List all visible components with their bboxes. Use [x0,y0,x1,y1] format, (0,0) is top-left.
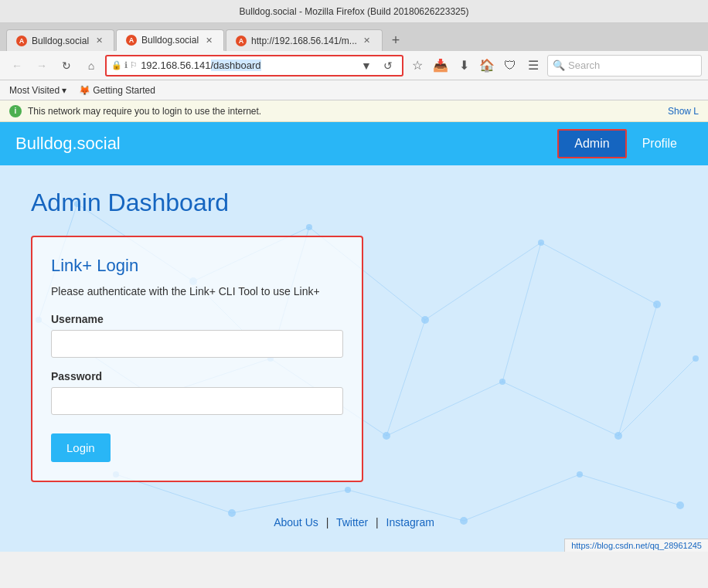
page-content: .node { fill: #90caf9; opacity: 0.7; } .… [0,165,708,552]
bookmarks-bar: Most Visited ▾ 🦊 Getting Started [0,80,708,100]
address-path: /dashboard [211,59,261,71]
admin-button[interactable]: Admin [557,129,626,158]
instagram-link[interactable]: Instagram [386,516,434,529]
home-button[interactable]: ⌂ [80,55,102,76]
tab-1-icon: A [16,36,27,46]
forward-button[interactable]: → [31,55,53,76]
tab-2-close[interactable]: ✕ [203,35,214,46]
bookmark-most-visited[interactable]: Most Visited ▾ [6,83,70,97]
password-input[interactable] [51,387,343,415]
tab-1[interactable]: A Bulldog.social ✕ [6,29,114,51]
reload-button[interactable]: ↻ [56,55,77,76]
home-toolbar-button[interactable]: 🏠 [476,55,498,76]
username-input[interactable] [51,330,343,358]
address-bar[interactable]: 🔒 ℹ ⚐ 192.168.56.141/dashboard ▼ ↺ [105,55,403,76]
menu-button[interactable]: ☰ [522,55,544,76]
bookmark-getting-started-icon: 🦊 [79,85,90,96]
title-bar: Bulldog.social - Mozilla Firefox (Build … [0,0,708,23]
tab-3-close[interactable]: ✕ [362,36,373,46]
username-label: Username [51,313,343,325]
address-reload-button[interactable]: ▼ [357,56,376,75]
toolbar-action-icons: ☆ 📥 ⬇ 🏠 🛡 ☰ [407,55,544,76]
address-refresh-button[interactable]: ↺ [379,56,397,75]
tab-bar: A Bulldog.social ✕ A Bulldog.social ✕ A … [0,23,708,51]
login-card: Link+ Login Please authenticate with the… [31,236,363,482]
profile-button[interactable]: Profile [627,131,693,157]
footer-sep-2: | [376,516,379,529]
network-notice: i This network may require you to login … [0,100,708,122]
about-us-link[interactable]: About Us [274,516,318,529]
username-group: Username [51,313,343,358]
tab-2[interactable]: A Bulldog.social ✕ [116,29,224,51]
page-inner: Admin Dashboard Link+ Login Please authe… [0,165,708,505]
tab-3-label: http://192.168.56.141/m... [251,36,357,46]
bookmark-getting-started[interactable]: 🦊 Getting Started [76,83,158,97]
app-header: Bulldog.social Admin Profile [0,122,708,165]
tab-1-label: Bulldog.social [32,36,89,46]
tab-1-close[interactable]: ✕ [94,36,104,46]
footer-links: About Us | Twitter | Instagram [0,516,708,529]
bookmark-dropdown-icon: ▾ [62,85,66,96]
tab-3[interactable]: A http://192.168.56.141/m... ✕ [226,29,383,51]
tab-2-icon: A [126,35,137,46]
show-link[interactable]: Show L [668,106,699,117]
password-label: Password [51,370,343,382]
app-site-title: Bulldog.social [15,134,557,154]
tab-3-icon: A [236,36,247,46]
login-button[interactable]: Login [51,433,111,462]
status-bar: https://blog.csdn.net/qq_28961245 [564,539,708,552]
login-card-title: Link+ Login [51,256,343,276]
footer-sep-1: | [326,516,329,529]
search-bar[interactable]: 🔍 Search [547,55,702,76]
notice-icon: i [9,105,22,117]
shield-button[interactable]: 🛡 [499,55,521,76]
network-notice-text: This network may require you to login to… [28,106,261,117]
address-host: 192.168.56.141 [141,59,210,71]
tab-2-label: Bulldog.social [141,35,199,46]
bookmark-getting-started-label: Getting Started [93,85,155,96]
bookmark-most-visited-label: Most Visited [9,85,60,96]
address-text: 192.168.56.141/dashboard [141,59,354,71]
search-icon: 🔍 [553,59,565,71]
download-button[interactable]: ⬇ [453,55,475,76]
twitter-link[interactable]: Twitter [336,516,368,529]
window-title: Bulldog.social - Mozilla Firefox (Build … [240,6,469,17]
back-button[interactable]: ← [6,55,28,76]
toolbar: ← → ↻ ⌂ 🔒 ℹ ⚐ 192.168.56.141/dashboard ▼… [0,51,708,80]
password-group: Password [51,370,343,415]
page-heading: Admin Dashboard [31,189,677,217]
pocket-button[interactable]: 📥 [430,55,451,76]
security-icons: 🔒 ℹ ⚐ [111,60,138,70]
login-card-description: Please authenticate with the Link+ CLI T… [51,285,343,297]
status-url: https://blog.csdn.net/qq_28961245 [571,541,702,550]
search-placeholder: Search [568,59,600,71]
new-tab-button[interactable]: + [387,29,405,51]
bookmarks-star-button[interactable]: ☆ [407,55,428,76]
